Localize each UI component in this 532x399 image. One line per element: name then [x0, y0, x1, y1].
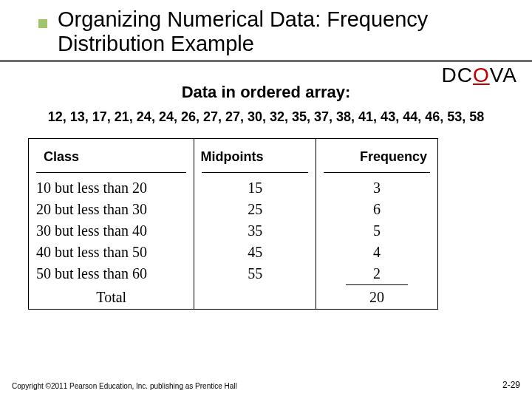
cell-class: 20 but less than 30 [29, 199, 194, 220]
total-midpoint-empty [194, 285, 316, 310]
cell-midpoint: 15 [194, 177, 316, 199]
frequency-table: Class Midpoints Frequency 10 but less th… [28, 138, 438, 310]
table-row: 40 but less than 50 45 4 [29, 242, 438, 263]
header-rule [36, 172, 186, 173]
dcova-o: O [473, 64, 490, 86]
cell-class: 50 but less than 60 [29, 263, 194, 284]
ordered-array: 12, 13, 17, 21, 24, 24, 26, 27, 27, 30, … [0, 109, 532, 125]
cell-midpoint: 55 [194, 263, 316, 284]
footer-copyright: Copyright ©2011 Pearson Education, Inc. … [12, 382, 237, 390]
title-rule [0, 60, 532, 62]
header-class: Class [29, 138, 194, 172]
title-block: Organizing Numerical Data: Frequency Dis… [0, 0, 532, 57]
total-label: Total [29, 285, 194, 310]
total-frequency: 20 [316, 285, 438, 310]
dcova-d: D [441, 64, 457, 86]
table-header-row: Class Midpoints Frequency [29, 138, 438, 172]
dcova-label: DCOVA [441, 64, 517, 87]
table-row: 10 but less than 20 15 3 [29, 177, 438, 199]
table-row: 30 but less than 40 35 5 [29, 220, 438, 242]
cell-frequency: 4 [316, 242, 438, 263]
table-total-row: Total 20 [29, 285, 438, 310]
dcova-a: A [502, 64, 517, 86]
cell-frequency: 3 [316, 177, 438, 199]
cell-class: 10 but less than 20 [29, 177, 194, 199]
dcova-c: C [457, 64, 473, 86]
title-bullet-icon [38, 19, 47, 28]
cell-frequency: 6 [316, 199, 438, 220]
cell-class: 40 but less than 50 [29, 242, 194, 263]
cell-frequency: 5 [316, 220, 438, 242]
cell-midpoint: 35 [194, 220, 316, 242]
cell-class: 30 but less than 40 [29, 220, 194, 242]
slide-title: Organizing Numerical Data: Frequency Dis… [58, 7, 510, 57]
header-rule-row [29, 172, 438, 177]
header-midpoints: Midpoints [194, 138, 316, 172]
cell-frequency: 2 [316, 263, 438, 284]
table-row: 50 but less than 60 55 2 [29, 263, 438, 284]
footer-page-number: 2-29 [502, 380, 520, 390]
dcova-v: V [490, 64, 503, 86]
slide: Organizing Numerical Data: Frequency Dis… [0, 0, 532, 399]
cell-midpoint: 45 [194, 242, 316, 263]
header-rule [324, 172, 430, 173]
cell-midpoint: 25 [194, 199, 316, 220]
table-row: 20 but less than 30 25 6 [29, 199, 438, 220]
header-rule [202, 172, 308, 173]
header-frequency: Frequency [316, 138, 438, 172]
